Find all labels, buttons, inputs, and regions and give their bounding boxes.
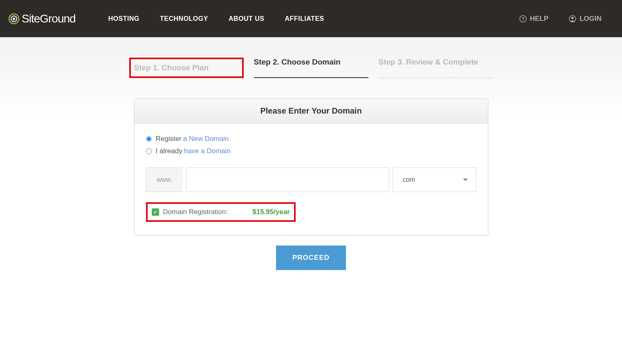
radio-register-link: a New Domain — [183, 135, 229, 143]
login-label: LOGIN — [579, 15, 602, 23]
header-right: ? HELP LOGIN — [519, 15, 602, 23]
domain-registration-row: ✓ Domain Registration: $15.95/year — [146, 202, 296, 222]
content-wrapper: Step 1. Choose Plan Step 2. Choose Domai… — [0, 37, 622, 364]
card-body: Register a New Domain I already have a D… — [135, 123, 488, 235]
tld-select[interactable]: .com — [393, 167, 476, 192]
radio-have-domain-input[interactable] — [146, 148, 152, 154]
svg-point-2 — [13, 18, 15, 20]
step-2-tab[interactable]: Step 2. Choose Domain — [254, 58, 368, 78]
radio-have-prefix: I already — [156, 147, 182, 155]
domain-input-row: www. .com — [146, 167, 476, 192]
chevron-down-icon — [463, 179, 468, 181]
radio-have-link: have a Domain — [184, 147, 231, 155]
svg-point-6 — [571, 17, 574, 19]
help-link[interactable]: ? HELP — [519, 15, 548, 23]
step-3-tab[interactable]: Step 3. Review & Complete — [379, 58, 493, 78]
radio-register-new[interactable]: Register a New Domain — [146, 135, 476, 143]
nav-hosting[interactable]: HOSTING — [108, 15, 139, 22]
www-prefix: www. — [146, 167, 183, 192]
help-label: HELP — [530, 15, 548, 23]
logo-icon — [8, 13, 20, 25]
svg-text:?: ? — [521, 16, 524, 21]
step-1-tab[interactable]: Step 1. Choose Plan — [129, 58, 244, 78]
domain-radio-group: Register a New Domain I already have a D… — [146, 135, 476, 155]
header-bar: SiteGround HOSTING TECHNOLOGY ABOUT US A… — [0, 0, 622, 37]
main-nav: HOSTING TECHNOLOGY ABOUT US AFFILIATES — [108, 15, 519, 22]
radio-register-prefix: Register — [156, 135, 182, 143]
registration-label: Domain Registration: — [163, 208, 228, 216]
radio-have-domain[interactable]: I already have a Domain — [146, 147, 476, 155]
registration-checkbox[interactable]: ✓ — [152, 208, 159, 216]
logo[interactable]: SiteGround — [8, 12, 76, 25]
tld-value: .com — [401, 176, 415, 183]
card-title: Please Enter Your Domain — [135, 99, 488, 123]
check-icon: ✓ — [153, 209, 157, 215]
help-icon: ? — [519, 15, 527, 22]
proceed-button[interactable]: PROCEED — [276, 246, 346, 270]
domain-input[interactable] — [186, 167, 389, 192]
step-tabs: Step 1. Choose Plan Step 2. Choose Domai… — [0, 58, 622, 78]
user-icon — [569, 15, 576, 22]
login-link[interactable]: LOGIN — [569, 15, 602, 23]
domain-card: Please Enter Your Domain Register a New … — [134, 98, 488, 235]
nav-affiliates[interactable]: AFFILIATES — [285, 15, 324, 22]
registration-price: $15.95/year — [252, 208, 290, 216]
nav-technology[interactable]: TECHNOLOGY — [160, 15, 208, 22]
logo-text: SiteGround — [22, 12, 76, 25]
nav-about-us[interactable]: ABOUT US — [229, 15, 265, 22]
radio-register-new-input[interactable] — [146, 136, 152, 142]
